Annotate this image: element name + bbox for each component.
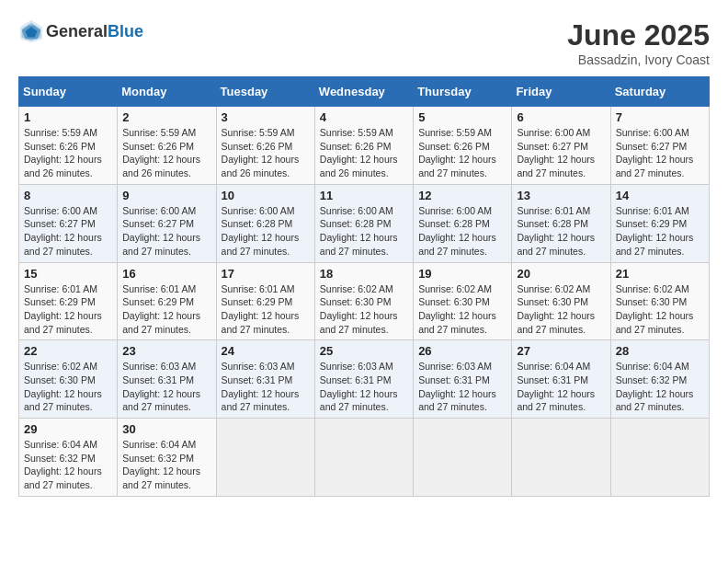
calendar-week-row: 22Sunrise: 6:02 AM Sunset: 6:30 PM Dayli… xyxy=(19,340,710,419)
day-info: Sunrise: 5:59 AM Sunset: 6:26 PM Dayligh… xyxy=(222,126,310,180)
logo-blue-text: Blue xyxy=(108,22,143,40)
day-info: Sunrise: 6:01 AM Sunset: 6:29 PM Dayligh… xyxy=(122,282,210,337)
calendar-cell: 20Sunrise: 6:02 AM Sunset: 6:30 PM Dayli… xyxy=(512,262,610,340)
day-info: Sunrise: 6:00 AM Sunset: 6:28 PM Dayligh… xyxy=(320,204,408,259)
day-info: Sunrise: 6:00 AM Sunset: 6:28 PM Dayligh… xyxy=(418,204,506,259)
day-info: Sunrise: 6:02 AM Sunset: 6:30 PM Dayligh… xyxy=(418,282,506,337)
calendar-cell: 8Sunrise: 6:00 AM Sunset: 6:27 PM Daylig… xyxy=(19,184,118,262)
calendar-cell: 28Sunrise: 6:04 AM Sunset: 6:32 PM Dayli… xyxy=(610,340,709,419)
day-info: Sunrise: 5:59 AM Sunset: 6:26 PM Dayligh… xyxy=(418,126,506,180)
day-info: Sunrise: 6:01 AM Sunset: 6:29 PM Dayligh… xyxy=(616,204,704,259)
calendar-cell xyxy=(414,419,512,497)
day-info: Sunrise: 6:03 AM Sunset: 6:31 PM Dayligh… xyxy=(320,360,408,414)
day-number: 9 xyxy=(122,189,210,202)
calendar-cell: 25Sunrise: 6:03 AM Sunset: 6:31 PM Dayli… xyxy=(314,340,413,419)
day-header-monday: Monday xyxy=(118,77,216,107)
calendar-cell xyxy=(512,419,610,497)
calendar-cell: 27Sunrise: 6:04 AM Sunset: 6:31 PM Dayli… xyxy=(512,340,610,419)
day-info: Sunrise: 6:01 AM Sunset: 6:28 PM Dayligh… xyxy=(517,204,605,259)
day-number: 23 xyxy=(122,344,210,358)
day-number: 7 xyxy=(616,110,704,124)
day-number: 3 xyxy=(222,110,310,124)
day-number: 29 xyxy=(24,422,112,436)
day-info: Sunrise: 5:59 AM Sunset: 6:26 PM Dayligh… xyxy=(320,126,408,180)
calendar-week-row: 8Sunrise: 6:00 AM Sunset: 6:27 PM Daylig… xyxy=(19,184,710,262)
day-info: Sunrise: 6:00 AM Sunset: 6:27 PM Dayligh… xyxy=(517,126,605,180)
calendar-cell: 26Sunrise: 6:03 AM Sunset: 6:31 PM Dayli… xyxy=(414,340,512,419)
title-section: June 2025 Bassadzin, Ivory Coast xyxy=(567,18,710,67)
calendar-cell: 30Sunrise: 6:04 AM Sunset: 6:32 PM Dayli… xyxy=(118,419,216,497)
calendar-cell: 7Sunrise: 6:00 AM Sunset: 6:27 PM Daylig… xyxy=(610,107,709,185)
calendar-cell: 29Sunrise: 6:04 AM Sunset: 6:32 PM Dayli… xyxy=(19,419,118,497)
calendar-week-row: 1Sunrise: 5:59 AM Sunset: 6:26 PM Daylig… xyxy=(19,107,710,185)
calendar-cell: 3Sunrise: 5:59 AM Sunset: 6:26 PM Daylig… xyxy=(216,107,314,185)
calendar-cell: 10Sunrise: 6:00 AM Sunset: 6:28 PM Dayli… xyxy=(216,184,314,262)
day-info: Sunrise: 6:02 AM Sunset: 6:30 PM Dayligh… xyxy=(24,360,112,414)
day-number: 21 xyxy=(616,267,704,281)
calendar-week-row: 15Sunrise: 6:01 AM Sunset: 6:29 PM Dayli… xyxy=(19,262,710,340)
day-info: Sunrise: 6:04 AM Sunset: 6:32 PM Dayligh… xyxy=(24,438,112,492)
calendar-cell: 15Sunrise: 6:01 AM Sunset: 6:29 PM Dayli… xyxy=(19,262,118,340)
day-info: Sunrise: 6:03 AM Sunset: 6:31 PM Dayligh… xyxy=(418,360,506,414)
day-info: Sunrise: 6:01 AM Sunset: 6:29 PM Dayligh… xyxy=(24,282,112,337)
day-number: 12 xyxy=(418,189,506,202)
day-number: 11 xyxy=(320,189,408,202)
day-number: 10 xyxy=(222,189,310,202)
day-number: 27 xyxy=(517,344,605,358)
day-info: Sunrise: 6:03 AM Sunset: 6:31 PM Dayligh… xyxy=(122,360,210,414)
day-number: 8 xyxy=(24,189,112,202)
day-info: Sunrise: 5:59 AM Sunset: 6:26 PM Dayligh… xyxy=(122,126,210,180)
day-header-wednesday: Wednesday xyxy=(314,77,413,107)
day-info: Sunrise: 6:02 AM Sunset: 6:30 PM Dayligh… xyxy=(320,282,408,337)
day-info: Sunrise: 6:02 AM Sunset: 6:30 PM Dayligh… xyxy=(616,282,704,337)
day-number: 18 xyxy=(320,267,408,281)
day-info: Sunrise: 6:01 AM Sunset: 6:29 PM Dayligh… xyxy=(222,282,310,337)
day-header-tuesday: Tuesday xyxy=(216,77,314,107)
day-number: 30 xyxy=(122,422,210,436)
day-number: 5 xyxy=(418,110,506,124)
day-number: 28 xyxy=(616,344,704,358)
day-header-saturday: Saturday xyxy=(610,77,709,107)
day-number: 22 xyxy=(24,344,112,358)
calendar-cell: 6Sunrise: 6:00 AM Sunset: 6:27 PM Daylig… xyxy=(512,107,610,185)
page-header: GeneralBlue June 2025 Bassadzin, Ivory C… xyxy=(18,18,710,67)
day-info: Sunrise: 6:00 AM Sunset: 6:27 PM Dayligh… xyxy=(122,204,210,259)
calendar-subtitle: Bassadzin, Ivory Coast xyxy=(567,52,710,67)
calendar-cell xyxy=(610,419,709,497)
calendar-cell: 19Sunrise: 6:02 AM Sunset: 6:30 PM Dayli… xyxy=(414,262,512,340)
logo-general-text: General xyxy=(46,22,108,40)
day-number: 6 xyxy=(517,110,605,124)
day-number: 1 xyxy=(24,110,112,124)
day-info: Sunrise: 6:04 AM Sunset: 6:32 PM Dayligh… xyxy=(616,360,704,414)
day-number: 26 xyxy=(418,344,506,358)
calendar-header-row: SundayMondayTuesdayWednesdayThursdayFrid… xyxy=(19,77,710,107)
day-info: Sunrise: 6:00 AM Sunset: 6:27 PM Dayligh… xyxy=(616,126,704,180)
day-number: 15 xyxy=(24,267,112,281)
calendar-cell: 1Sunrise: 5:59 AM Sunset: 6:26 PM Daylig… xyxy=(19,107,118,185)
day-info: Sunrise: 6:00 AM Sunset: 6:28 PM Dayligh… xyxy=(222,204,310,259)
calendar-cell: 4Sunrise: 5:59 AM Sunset: 6:26 PM Daylig… xyxy=(314,107,413,185)
calendar-cell: 17Sunrise: 6:01 AM Sunset: 6:29 PM Dayli… xyxy=(216,262,314,340)
logo: GeneralBlue xyxy=(18,18,143,44)
calendar-cell: 13Sunrise: 6:01 AM Sunset: 6:28 PM Dayli… xyxy=(512,184,610,262)
day-info: Sunrise: 6:03 AM Sunset: 6:31 PM Dayligh… xyxy=(222,360,310,414)
calendar-cell: 14Sunrise: 6:01 AM Sunset: 6:29 PM Dayli… xyxy=(610,184,709,262)
calendar-cell: 21Sunrise: 6:02 AM Sunset: 6:30 PM Dayli… xyxy=(610,262,709,340)
day-header-thursday: Thursday xyxy=(414,77,512,107)
calendar-cell: 22Sunrise: 6:02 AM Sunset: 6:30 PM Dayli… xyxy=(19,340,118,419)
day-number: 19 xyxy=(418,267,506,281)
calendar-cell xyxy=(314,419,413,497)
day-info: Sunrise: 6:04 AM Sunset: 6:32 PM Dayligh… xyxy=(122,438,210,492)
calendar-cell: 5Sunrise: 5:59 AM Sunset: 6:26 PM Daylig… xyxy=(414,107,512,185)
day-info: Sunrise: 6:04 AM Sunset: 6:31 PM Dayligh… xyxy=(517,360,605,414)
day-number: 24 xyxy=(222,344,310,358)
day-number: 4 xyxy=(320,110,408,124)
day-info: Sunrise: 6:02 AM Sunset: 6:30 PM Dayligh… xyxy=(517,282,605,337)
day-number: 16 xyxy=(122,267,210,281)
calendar-cell: 12Sunrise: 6:00 AM Sunset: 6:28 PM Dayli… xyxy=(414,184,512,262)
day-header-friday: Friday xyxy=(512,77,610,107)
day-header-sunday: Sunday xyxy=(19,77,118,107)
day-number: 2 xyxy=(122,110,210,124)
calendar-cell xyxy=(216,419,314,497)
day-number: 20 xyxy=(517,267,605,281)
